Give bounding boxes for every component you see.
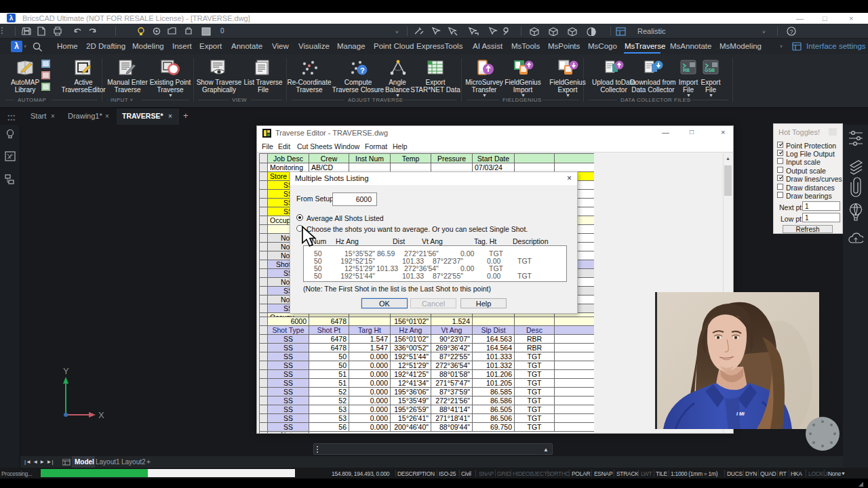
svg-text:?: ? xyxy=(360,66,365,75)
svg-text:Y: Y xyxy=(63,366,69,376)
svg-text:I Mi: I Mi xyxy=(736,411,745,416)
svg-text:RB: RB xyxy=(683,68,690,73)
svg-text:X: X xyxy=(98,410,104,420)
svg-text:GSB: GSB xyxy=(705,68,715,73)
svg-text:?: ? xyxy=(790,28,793,35)
